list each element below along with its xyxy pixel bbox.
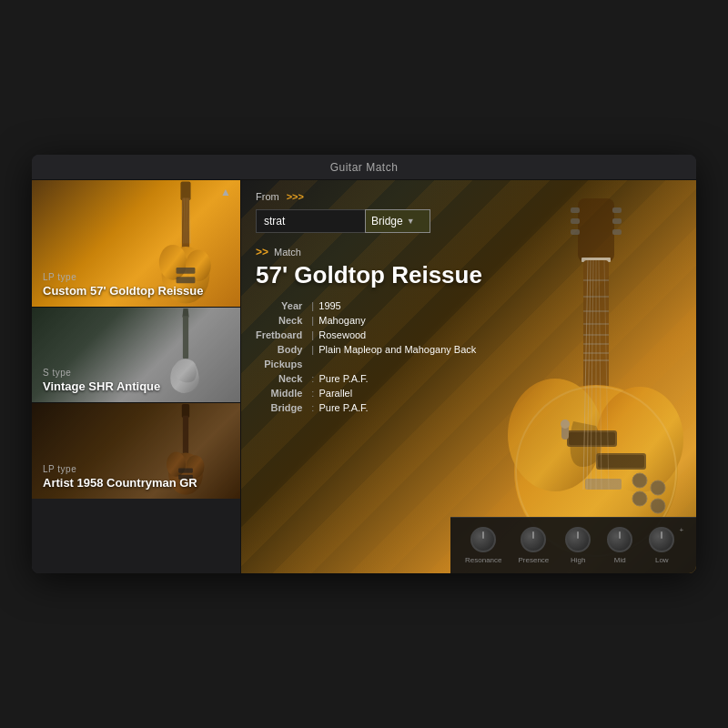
spec-label-year: Year (256, 299, 302, 312)
spec-label-neck-pickup: Neck (256, 372, 302, 385)
svg-rect-15 (183, 416, 188, 454)
spec-label-pickups: Pickups (256, 358, 302, 370)
match-label: Match (274, 247, 301, 258)
guitar-name-1: Custom 57' Goldtop Reissue (43, 284, 203, 298)
match-row: >> Match (256, 246, 682, 258)
app-window: Guitar Match (32, 155, 696, 573)
right-panel: From >>> Bridge ▼ >> Match 57' (241, 180, 696, 573)
guitar-name-3: Artist 1958 Countryman GR (43, 476, 197, 490)
spec-label-middle-pickup: Middle (256, 387, 302, 399)
spec-value-body: | Plain Mapleop and Mahogany Back (309, 343, 682, 356)
from-chevrons: >>> (287, 191, 304, 202)
svg-rect-13 (183, 316, 188, 359)
matched-guitar-name: 57' Goldtop Reissue (256, 262, 682, 288)
guitar-item-3[interactable]: LP type Artist 1958 Countryman GR (32, 403, 240, 499)
spec-label-fretboard: Fretboard (256, 329, 302, 341)
search-row: Bridge ▼ (256, 209, 682, 233)
svg-rect-0 (180, 181, 190, 200)
spec-label-neck: Neck (256, 314, 302, 327)
guitar-type-2: S type (43, 368, 160, 378)
match-chevrons: >> (256, 246, 268, 258)
left-panel: LP type Custom 57' Goldtop Reissue ▲ (32, 180, 241, 573)
app-title: Guitar Match (330, 161, 399, 174)
right-content: From >>> Bridge ▼ >> Match 57' (241, 180, 696, 573)
dropdown-chevron-icon: ▼ (407, 217, 415, 226)
spec-label-bridge-pickup: Bridge (256, 401, 302, 414)
spec-value-pickups (309, 358, 682, 370)
guitar-info-1: LP type Custom 57' Goldtop Reissue (43, 272, 203, 298)
guitar-info-2: S type Vintage SHR Antique (43, 368, 160, 393)
spec-value-year: | 1995 (309, 299, 682, 312)
specs-table: Year | 1995 Neck | Mahogany Fretboard | … (256, 299, 682, 414)
guitar-info-3: LP type Artist 1958 Countryman GR (43, 464, 197, 490)
spec-value-bridge-pickup: : Pure P.A.F. (309, 401, 682, 414)
from-label: From (256, 191, 279, 202)
spec-value-neck: | Mahogany (309, 314, 682, 327)
svg-line-12 (189, 197, 190, 243)
spec-value-fretboard: | Rosewood (309, 329, 682, 341)
spec-value-middle-pickup: : Parallel (309, 387, 682, 399)
spec-label-body: Body (256, 343, 302, 356)
search-input[interactable] (256, 209, 365, 233)
guitar-item-1[interactable]: LP type Custom 57' Goldtop Reissue ▲ (32, 180, 240, 308)
main-area: LP type Custom 57' Goldtop Reissue ▲ (32, 180, 696, 573)
guitar-type-1: LP type (43, 272, 203, 282)
pickup-position-dropdown[interactable]: Bridge ▼ (365, 209, 430, 233)
from-row: From >>> (256, 191, 682, 202)
guitar-item-2[interactable]: S type Vintage SHR Antique (32, 308, 240, 403)
spec-value-neck-pickup: : Pure P.A.F. (309, 372, 682, 385)
svg-rect-14 (182, 404, 189, 418)
title-bar: Guitar Match (32, 155, 696, 180)
guitar-type-3: LP type (43, 464, 197, 474)
guitar-name-2: Vintage SHR Antique (43, 379, 160, 393)
pickup-position-label: Bridge (371, 215, 403, 228)
collapse-button[interactable]: ▲ (220, 186, 231, 198)
